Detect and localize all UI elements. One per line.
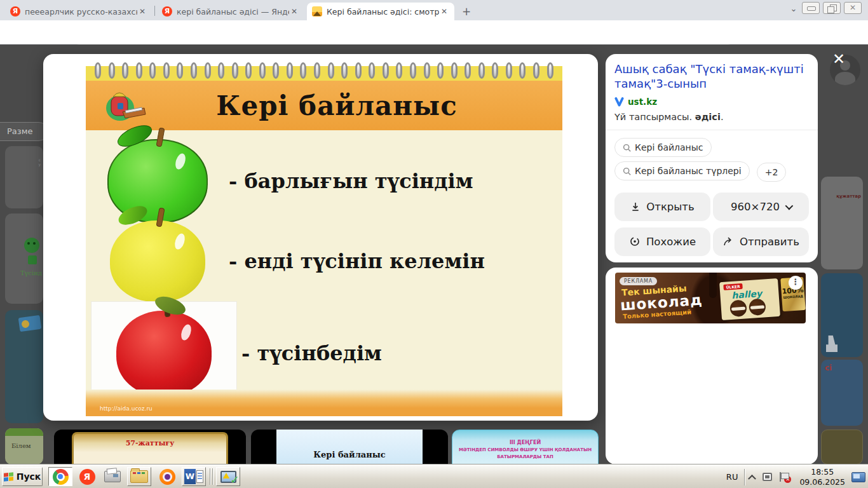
- folder-icon: [130, 470, 148, 483]
- date-text: 09.06.2025: [799, 477, 845, 487]
- show-desktop-icon[interactable]: [851, 472, 865, 482]
- taskbar-utility-button[interactable]: ✓: [216, 467, 240, 486]
- chrome-icon: [53, 469, 69, 485]
- ad-menu-icon[interactable]: ⋮: [789, 276, 803, 290]
- size-dropdown[interactable]: 960×720: [713, 193, 809, 221]
- taskbar-word-button[interactable]: W: [182, 467, 206, 486]
- tab-close-icon[interactable]: ✕: [289, 7, 299, 16]
- viewer-close-icon[interactable]: ✕: [829, 50, 848, 69]
- taskbar-chrome-button[interactable]: [48, 467, 72, 486]
- time-text: 18:55: [811, 467, 834, 477]
- chevron-down-icon: [785, 201, 793, 210]
- browser-tab-bar: Я пеееарлчик русско-казахский пере ✕ Я к…: [0, 0, 868, 20]
- related-thumbnail-3[interactable]: ІІІ ДЕҢГЕЙ МӘТІНДЕП СИМВОЛДЫ ӨШІРУ ҮШІН …: [452, 430, 599, 464]
- action-row-2: Похожие Отправить: [614, 227, 809, 256]
- monitor-check-icon: ✓: [220, 471, 236, 483]
- ad-label: РЕКЛАМА: [620, 277, 657, 285]
- ustkz-favicon: [614, 97, 624, 107]
- query-chip-1[interactable]: Кері байланыс: [614, 138, 712, 157]
- taskbar: Пуск Я W ✓ RU ✕ 18:55 09.06.2025: [0, 464, 868, 488]
- open-button[interactable]: Открыть: [614, 193, 710, 221]
- taskbar-separator: [210, 468, 210, 485]
- ad-card: РЕКЛАМА Тек шынайы шоколад Только настоя…: [606, 268, 818, 464]
- tray-separator: [744, 469, 745, 485]
- slide-item-text: - барлығын түсіндім: [229, 169, 473, 193]
- tab-title: кері байланыс әдісі — Яндекс: наш: [177, 7, 289, 17]
- spiral-binding: [86, 62, 562, 81]
- slide-header: Кері байланыс: [86, 81, 562, 130]
- kazakh-flag-icon: [18, 315, 42, 332]
- dimmed-thumbnail: cy: [5, 146, 43, 208]
- taskbar-avast-button[interactable]: [155, 467, 179, 486]
- tab-separator: [154, 6, 155, 16]
- slide-item-text: - түсінбедім: [241, 341, 382, 365]
- tab-close-icon[interactable]: ✕: [137, 7, 147, 16]
- window-controls: ✕: [802, 2, 862, 14]
- slide-row-yellow: - енді түсініп келемін: [86, 220, 562, 302]
- tab-1[interactable]: Я пеееарлчик русско-казахский пере ✕: [5, 3, 153, 20]
- result-title-link[interactable]: Ашық сабақ "Түскі тамақ-күшті тамақ"3-сы…: [614, 62, 809, 91]
- taskbar-folder-button[interactable]: [127, 467, 151, 486]
- yellow-apple-icon: [110, 220, 205, 302]
- divider: [606, 130, 818, 130]
- tab-close-icon[interactable]: ✕: [439, 7, 449, 16]
- taskbar-fax-button[interactable]: [100, 467, 125, 486]
- dimmed-thumbnail: құжаттар: [821, 177, 863, 269]
- tray-clock[interactable]: 18:55 09.06.2025: [793, 467, 851, 487]
- size-filter-chip[interactable]: Разме: [0, 122, 48, 141]
- thumbnail-caption: МӘТІНДЕП СИМВОЛДЫ ӨШІРУ ҮШІН ҚОЛДАНАТЫН: [452, 447, 598, 454]
- thumbnail-caption: ІІІ ДЕҢГЕЙ: [452, 439, 598, 447]
- dimmed-thumbnail: Білем: [5, 428, 43, 464]
- avast-browser-icon: [159, 469, 175, 485]
- new-tab-button[interactable]: +: [459, 4, 474, 20]
- dimmed-label: Түсінд: [20, 269, 42, 276]
- result-description: Үй тапсырмасы. әдісі.: [614, 112, 809, 122]
- slide-item-text: - енді түсініп келемін: [229, 249, 485, 273]
- dimmed-thumbnail: [821, 430, 863, 464]
- smiley-icon: [24, 238, 39, 253]
- similar-images-icon: [629, 236, 641, 247]
- image-info-panel: Ашық сабақ "Түскі тамақ-күшті тамақ"3-сы…: [606, 54, 818, 262]
- thumbnail-caption: Кері байланыс: [276, 450, 423, 459]
- slide-image[interactable]: Кері байланыс - барлығын түсіндім - енді…: [86, 62, 562, 416]
- close-window-button[interactable]: ✕: [844, 2, 862, 14]
- dimmed-thumbnail: [5, 310, 43, 423]
- dimmed-thumbnail: Түсінд: [5, 214, 43, 304]
- similar-button[interactable]: Похожие: [614, 227, 710, 256]
- source-row[interactable]: ust.kz: [614, 97, 809, 107]
- plug-tray-icon[interactable]: [763, 473, 772, 481]
- tab-search-chevron-icon[interactable]: ⌄: [787, 4, 801, 13]
- watermark-text: http://aida.ucoz.ru: [100, 405, 153, 412]
- tab-title: Кері байланыс әдісі: смотрите и ск: [327, 7, 439, 17]
- send-button[interactable]: Отправить: [713, 227, 809, 256]
- thumbnail-caption: БАТЫРМАЛАРДЫ ТАП: [452, 454, 598, 461]
- slide-title: Кері байланыс: [149, 90, 562, 121]
- download-icon: [630, 201, 641, 212]
- yandex-favicon: Я: [162, 6, 172, 17]
- taskbar-yandex-button[interactable]: Я: [75, 467, 99, 486]
- language-indicator[interactable]: RU: [720, 472, 745, 482]
- tab-3-active[interactable]: Кері байланыс әдісі: смотрите и ск ✕: [307, 3, 454, 20]
- minimize-button[interactable]: [802, 2, 820, 14]
- search-icon: [623, 167, 631, 175]
- more-chips-button[interactable]: +2: [757, 163, 787, 182]
- slide-footer: http://aida.ucoz.ru: [86, 390, 562, 416]
- related-thumbnail-2[interactable]: Кері байланыс: [251, 430, 448, 464]
- windows-logo-icon: [4, 472, 13, 482]
- slide-row-green: - барлығын түсіндім: [86, 139, 562, 223]
- share-arrow-icon: [722, 236, 734, 247]
- tab-title: пеееарлчик русско-казахский пере: [25, 7, 137, 17]
- ad-banner[interactable]: РЕКЛАМА Тек шынайы шоколад Только настоя…: [615, 273, 806, 323]
- start-button[interactable]: Пуск: [2, 467, 43, 486]
- query-chip-2[interactable]: Кері байланыс түрлері: [614, 161, 750, 180]
- tab-2[interactable]: Я кері байланыс әдісі — Яндекс: наш ✕: [157, 3, 304, 20]
- restore-button[interactable]: [823, 2, 841, 14]
- fax-printer-icon: [104, 471, 121, 482]
- related-thumbnail-1[interactable]: 57-жаттығу: [54, 430, 246, 464]
- green-apple-icon: [107, 139, 208, 223]
- search-icon: [623, 144, 631, 152]
- hidden-icons-chevron[interactable]: [749, 475, 757, 483]
- yandex-browser-icon: Я: [79, 469, 95, 485]
- network-flag-icon[interactable]: ✕: [779, 472, 789, 482]
- related-query-chips: Кері байланыс Кері байланыс түрлері +2: [614, 138, 809, 186]
